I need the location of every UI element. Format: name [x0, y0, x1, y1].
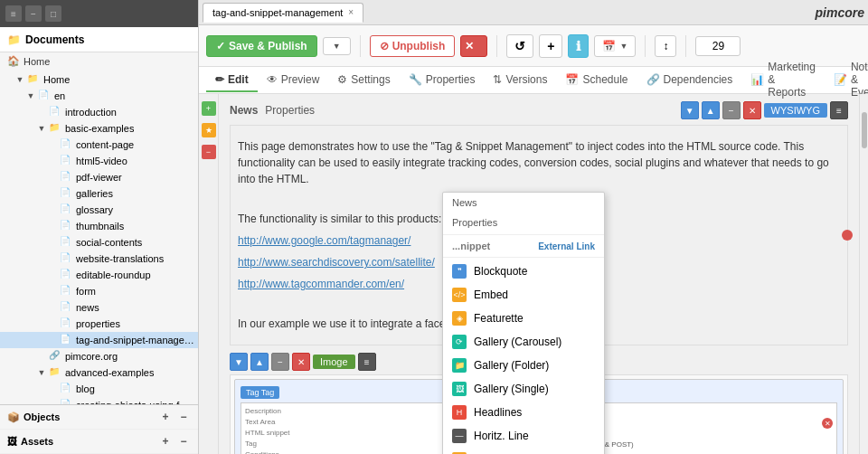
blockquote-icon: ❞ — [452, 264, 467, 279]
tab-tag-snippet[interactable]: tag-and-snippet-management × — [203, 3, 363, 23]
assets-add-btn[interactable]: + — [158, 434, 173, 449]
block-down-btn[interactable]: ▼ — [681, 101, 699, 119]
gallery-carousel-icon: ⟳ — [452, 335, 467, 349]
image-label-btn[interactable]: Imoge — [313, 355, 355, 369]
block-extra-btn[interactable]: ≡ — [830, 101, 848, 119]
img-block-down-btn[interactable]: ▼ — [230, 353, 248, 371]
dropdown-item-horitz-line[interactable]: — Horitz. Line — [443, 424, 604, 448]
dropdown-item-gallery-folder[interactable]: 📁 Gallery (Folder) — [443, 354, 604, 377]
file-content-page-icon: 📄 — [60, 138, 72, 151]
tree-item-tag-snippet[interactable]: 📄 tag-and-snippet-managem... — [0, 332, 198, 348]
tree-item-pimcore-org[interactable]: 🔗 pimcore.org — [0, 348, 198, 364]
tree-item-introduction[interactable]: 📄 introduction — [0, 104, 198, 120]
dropdown-item-embed[interactable]: </> Embed — [443, 283, 604, 307]
objects-section[interactable]: 📦 Objects + − — [0, 405, 198, 430]
tree-item-blog[interactable]: 📄 blog — [0, 381, 198, 397]
img-block-up-btn[interactable]: ▲ — [250, 353, 269, 371]
objects-remove-btn[interactable]: − — [176, 410, 191, 424]
add-button[interactable]: + — [539, 34, 562, 58]
tree-item-news[interactable]: 📄 news — [0, 299, 198, 316]
tree-item-advanced-examples[interactable]: ▼ 📁 advanced-examples — [0, 364, 198, 381]
wysiwyg-label: WYSIWYG — [771, 105, 820, 116]
expand-basic-examples[interactable]: ▼ — [36, 123, 47, 134]
tree-label-news: news — [76, 302, 99, 313]
img-block-minus-btn[interactable]: − — [271, 353, 289, 371]
objects-add-btn[interactable]: + — [158, 410, 173, 424]
dropdown-gallery-folder-label: Gallery (Folder) — [474, 359, 549, 372]
dropdown-menu: News Properties ...nippet External Link … — [442, 192, 605, 454]
tree-item-creating-objects[interactable]: 📄 creating-objects-using-form... — [0, 397, 198, 404]
tree-item-website-translations[interactable]: 📄 website-translations — [0, 251, 198, 267]
versions-arrows-icon: ⇅ — [493, 73, 502, 86]
img-block-x-btn[interactable]: ✕ — [292, 353, 310, 371]
expand-home[interactable]: ▼ — [14, 74, 25, 85]
expand-advanced-examples[interactable]: ▼ — [36, 367, 47, 378]
tree-item-galleries[interactable]: 📄 galleries — [0, 185, 198, 202]
tree-item-form[interactable]: 📄 form — [0, 283, 198, 299]
tree-item-html5-video[interactable]: 📄 html5-video — [0, 153, 198, 169]
dropdown-item-properties[interactable]: Properties — [443, 213, 604, 232]
folder-basic-examples-icon: 📁 — [49, 122, 61, 135]
expand-social-contents — [47, 237, 58, 248]
tree-item-en[interactable]: ▼ 📄 en — [0, 88, 198, 104]
tab-settings[interactable]: ⚙ Settings — [328, 69, 399, 92]
tab-properties[interactable]: 🔧 Properties — [400, 69, 485, 92]
dropdown-item-gallery-single[interactable]: 🖼 Gallery (Single) — [443, 377, 604, 401]
sidebar-icon-btn-1[interactable]: ≡ — [5, 5, 22, 22]
tree-label-pdf-viewer: pdf-viewer — [76, 172, 122, 183]
wysiwyg-btn[interactable]: WYSIWYG — [764, 103, 827, 118]
tab-preview[interactable]: 👁 Preview — [258, 69, 329, 92]
info-button[interactable]: ℹ — [568, 34, 589, 58]
expand-en[interactable]: ▼ — [25, 90, 36, 101]
right-scrollbar[interactable] — [859, 94, 868, 454]
breadcrumb-label: Home — [24, 56, 50, 67]
tree-label-introduction: introduction — [65, 107, 117, 118]
dropdown-item-news[interactable]: News — [443, 193, 604, 213]
link-searchdiscovery[interactable]: http://www.searchdiscovery.com/satellite… — [238, 256, 435, 269]
block-minus-btn[interactable]: − — [722, 101, 741, 119]
block-up-btn[interactable]: ▲ — [702, 101, 720, 119]
dropdown-item-gallery-carousel[interactable]: ⟳ Gallery (Carousel) — [443, 330, 604, 354]
unpublish-button[interactable]: ⊘ Unpublish — [370, 35, 456, 57]
sidebar-icon-btn-3[interactable]: □ — [45, 5, 61, 22]
tree-item-thumbnails[interactable]: 📄 thumbnails — [0, 218, 198, 234]
tree-item-glossary[interactable]: 📄 glossary — [0, 202, 198, 218]
dropdown-item-blockquote[interactable]: ❞ Blockquote — [443, 260, 604, 283]
save-publish-button[interactable]: ✓ Save & Publish — [206, 35, 317, 57]
tab-versions[interactable]: ⇅ Versions — [484, 69, 556, 92]
tab-dependencies[interactable]: 🔗 Dependencies — [637, 69, 742, 92]
img-block-extra-btn[interactable]: ≡ — [358, 353, 376, 371]
expand-thumbnails — [47, 221, 58, 232]
tab-schedule[interactable]: 📅 Schedule — [556, 69, 637, 92]
link-google[interactable]: http://www.google.com/tagmanager/ — [238, 234, 410, 247]
assets-remove-btn[interactable]: − — [176, 434, 191, 449]
calendar-button[interactable]: 📅 ▼ — [594, 35, 636, 57]
dropdown-featurette-label: Featurette — [474, 312, 524, 325]
gallery-folder-icon: 📁 — [452, 358, 467, 373]
tree-item-properties[interactable]: 📄 properties — [0, 316, 198, 332]
tree-item-home[interactable]: ▼ 📁 Home — [0, 71, 198, 88]
tree-item-pdf-viewer[interactable]: 📄 pdf-viewer — [0, 169, 198, 185]
tree-item-basic-examples[interactable]: ▼ 📁 basic-examples — [0, 120, 198, 137]
tab-close[interactable]: × — [348, 7, 354, 17]
strip-icon-note[interactable]: ★ — [202, 123, 216, 137]
dropdown-item-headlines[interactable]: H Headlines — [443, 401, 604, 424]
dropdown-item-icon-teaser[interactable]: ★ Icon Teaser — [443, 448, 604, 454]
tab-edit[interactable]: ✏ Edit — [206, 69, 258, 92]
scrollbar-thumb[interactable] — [862, 112, 867, 148]
strip-icon-add[interactable]: + — [202, 101, 216, 116]
tree-item-social-contents[interactable]: 📄 social-contents — [0, 234, 198, 251]
version-button[interactable]: ↕ — [655, 35, 676, 57]
reload-button[interactable]: ↺ — [506, 34, 533, 58]
tree-item-editable-roundup[interactable]: 📄 editable-roundup — [0, 267, 198, 283]
link-tagcommander[interactable]: http://www.tagcommander.com/en/ — [238, 278, 404, 290]
dropdown-item-featurette[interactable]: ◈ Featurette — [443, 307, 604, 330]
tree-item-content-page[interactable]: 📄 content-page — [0, 137, 198, 153]
sidebar-top-bar: ≡ − □ — [0, 0, 198, 27]
dropdown-arrow-btn[interactable]: ▼ — [323, 37, 351, 55]
block-x-btn[interactable]: ✕ — [743, 101, 761, 119]
delete-button[interactable]: ✕ — [460, 35, 487, 57]
strip-icon-delete[interactable]: − — [202, 145, 216, 159]
assets-section[interactable]: 🖼 Assets + − — [0, 430, 198, 454]
sidebar-icon-btn-2[interactable]: − — [25, 5, 42, 22]
